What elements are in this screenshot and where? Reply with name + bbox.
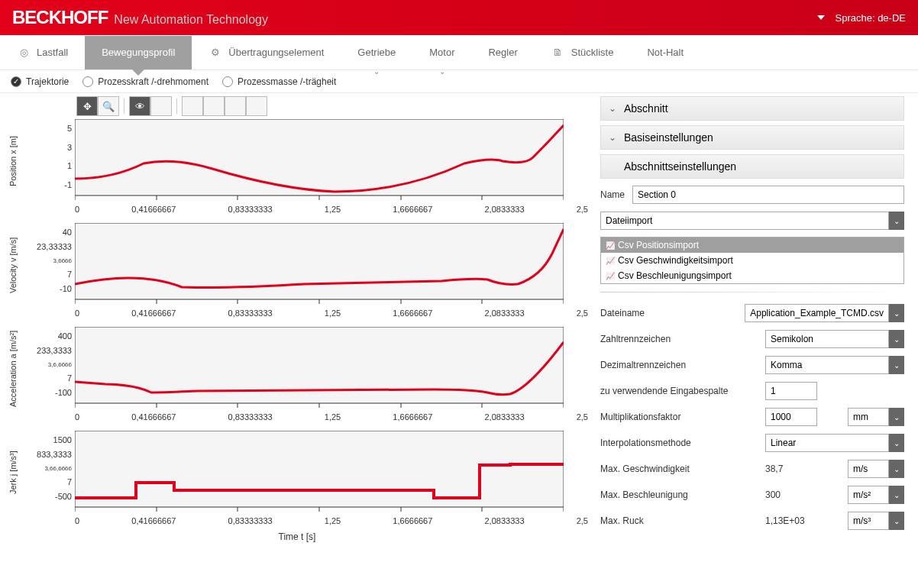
svg-rect-24: [75, 431, 564, 507]
separator: [600, 292, 904, 292]
y-axis-label: Velocity v [m/s]: [3, 223, 23, 307]
dateiname-dropdown[interactable]: Application_Example_TCMD.csv ⌄: [745, 304, 904, 322]
x-axis-ticks: 00,416666670,833333331,251,66666672,0833…: [75, 412, 591, 422]
y-axis-ticks: 400 233,3333 3,6,6666 7 -100: [23, 327, 75, 411]
jerk-chart[interactable]: [75, 431, 591, 515]
tool-1-button[interactable]: [182, 96, 203, 116]
chart-line-icon: 📈: [606, 241, 615, 250]
chart-toolbar: ✥ 🔍 👁: [76, 96, 591, 116]
tab-bewegungsprofil[interactable]: Bewegungsprofil ⌄: [85, 36, 192, 69]
radio-prozessmasse[interactable]: Prozessmasse /-trägheit: [222, 76, 336, 87]
tab-lastfall[interactable]: ◎ Lastfall: [0, 36, 85, 69]
velocity-chart[interactable]: [75, 223, 591, 307]
chart-line-icon: 📈: [606, 257, 615, 265]
name-input[interactable]: [632, 186, 904, 204]
x-axis-ticks: 00,416666670,833333331,251,66666672,0833…: [75, 309, 591, 318]
max-v-unit-dropdown[interactable]: m/s ⌄: [848, 460, 904, 478]
accordion-basiseinstellungen[interactable]: ⌄ Basiseinstellungen: [600, 125, 904, 150]
x-axis-label: Time t [s]: [3, 531, 591, 542]
tab-getriebe[interactable]: Getriebe ⌄: [341, 36, 412, 69]
radio-checked-icon: ✓: [11, 76, 21, 87]
layer-button[interactable]: [150, 96, 172, 116]
list-item[interactable]: 📈Csv Beschleunigungsimport: [601, 268, 903, 283]
max-geschwindigkeit-value: 38,7: [765, 464, 817, 474]
label-multiplikationsfaktor: Multiplikationsfaktor: [600, 412, 765, 422]
chevron-down-icon: ⌄: [889, 356, 904, 374]
max-beschleunigung-value: 300: [765, 489, 817, 500]
position-chart[interactable]: [75, 119, 591, 203]
x-axis-ticks: 00,416666670,833333331,251,66666672,0833…: [75, 516, 591, 525]
max-r-unit-dropdown[interactable]: m/s³ ⌄: [848, 512, 904, 530]
main-tabs: ◎ Lastfall Bewegungsprofil ⌄ ⚙ Übertragu…: [0, 35, 918, 70]
chevron-down-icon: ⌄: [135, 67, 141, 76]
tool-3-button[interactable]: [225, 96, 246, 116]
chevron-down-icon: ⌄: [889, 304, 904, 322]
tab-stueckliste[interactable]: 🗎 Stückliste: [535, 36, 631, 69]
radio-unchecked-icon: [82, 76, 93, 87]
label-max-ruck: Max. Ruck: [600, 515, 765, 526]
pan-button[interactable]: ✥: [76, 96, 98, 116]
label-name: Name: [600, 189, 632, 200]
zahltrennzeichen-dropdown[interactable]: Semikolon ⌄: [765, 330, 904, 348]
chevron-down-icon: ⌄: [609, 103, 616, 114]
chevron-down-icon: ⌄: [889, 460, 904, 478]
brand-subtitle: New Automation Technology: [114, 13, 268, 27]
list-item[interactable]: 📈Csv Geschwindigkeitsimport: [601, 253, 903, 268]
label-zahltrennzeichen: Zahltrennzeichen: [600, 334, 765, 344]
x-axis-ticks: 00,416666670,833333331,251,66666672,0833…: [75, 205, 591, 214]
eingabespalte-input[interactable]: [765, 382, 817, 400]
weight-icon: ◎: [17, 47, 31, 59]
mult-unit-dropdown[interactable]: mm ⌄: [848, 408, 904, 426]
properties-panel: ⌄ Abschnitt ⌄ Basiseinstellungen Abschni…: [597, 93, 918, 545]
language-selector[interactable]: Sprache: de-DE: [817, 12, 907, 24]
y-axis-label: Position x [m]: [3, 119, 23, 203]
charts-panel: ✥ 🔍 👁 Position x [m] 5 3 1 -1: [0, 93, 597, 545]
app-header: BECKHOFF New Automation Technology Sprac…: [0, 0, 918, 35]
multiplikationsfaktor-input[interactable]: [765, 408, 817, 426]
chevron-down-icon: ⌄: [889, 486, 904, 504]
eye-button[interactable]: 👁: [129, 96, 150, 116]
tool-2-button[interactable]: [203, 96, 225, 116]
y-axis-label: Jerk j [m/s³]: [3, 431, 23, 515]
tool-4-button[interactable]: [246, 96, 267, 116]
brand-block: BECKHOFF New Automation Technology: [12, 7, 268, 28]
tab-regler[interactable]: Regler: [471, 36, 534, 69]
dezimaltrennzeichen-dropdown[interactable]: Komma ⌄: [765, 356, 904, 374]
brand-logo: BECKHOFF: [12, 7, 108, 28]
list-icon: 🗎: [551, 47, 565, 59]
radio-trajektorie[interactable]: ✓ Trajektorie: [11, 76, 69, 87]
chevron-down-icon: [817, 15, 825, 20]
interpolation-dropdown[interactable]: Linear ⌄: [765, 434, 904, 452]
chevron-down-icon: ⌄: [889, 408, 904, 426]
y-axis-ticks: 1500 833,3333 3,66,6666 7 -500: [23, 431, 75, 515]
separator: [176, 99, 177, 114]
list-item[interactable]: 📈Csv Positionsimport: [601, 237, 903, 253]
y-axis-label: Acceleration a [m/s²]: [3, 327, 23, 411]
chevron-down-icon: ⌄: [609, 132, 616, 143]
chevron-down-icon: ⌄: [889, 212, 904, 230]
section-abschnittseinstellungen: Abschnittseinstellungen: [600, 154, 904, 179]
radio-prozesskraft[interactable]: Prozesskraft /-drehmoment: [82, 76, 208, 87]
chevron-down-icon: ⌄: [889, 434, 904, 452]
chevron-down-icon: ⌄: [889, 330, 904, 348]
tab-motor[interactable]: Motor ⌄: [412, 36, 471, 69]
radio-unchecked-icon: [222, 76, 233, 87]
y-axis-ticks: 40 23,33333 3,6666 7 -10: [23, 223, 75, 307]
y-axis-ticks: 5 3 1 -1: [23, 119, 75, 203]
svg-rect-0: [75, 119, 564, 195]
label-interpolation: Interpolationsmethode: [600, 438, 765, 448]
zoom-button[interactable]: 🔍: [98, 96, 119, 116]
label-dezimaltrennzeichen: Dezimaltrennzeichen: [600, 360, 765, 370]
import-type-dropdown[interactable]: Dateiimport ⌄: [600, 212, 904, 230]
acceleration-chart[interactable]: [75, 327, 591, 411]
label-max-beschleunigung: Max. Beschleunigung: [600, 489, 765, 500]
tab-nothalt[interactable]: Not-Halt: [630, 36, 700, 69]
max-a-unit-dropdown[interactable]: m/s² ⌄: [848, 486, 904, 504]
gear-icon: ⚙: [208, 47, 222, 59]
label-eingabespalte: zu verwendende Eingabespalte: [600, 386, 765, 396]
chart-line-icon: 📈: [606, 272, 615, 280]
tab-uebertragung[interactable]: ⚙ Übertragungselement: [192, 36, 341, 69]
svg-rect-8: [75, 223, 564, 299]
import-options-listbox[interactable]: 📈Csv Positionsimport 📈Csv Geschwindigkei…: [600, 237, 904, 284]
accordion-abschnitt[interactable]: ⌄ Abschnitt: [600, 96, 904, 121]
